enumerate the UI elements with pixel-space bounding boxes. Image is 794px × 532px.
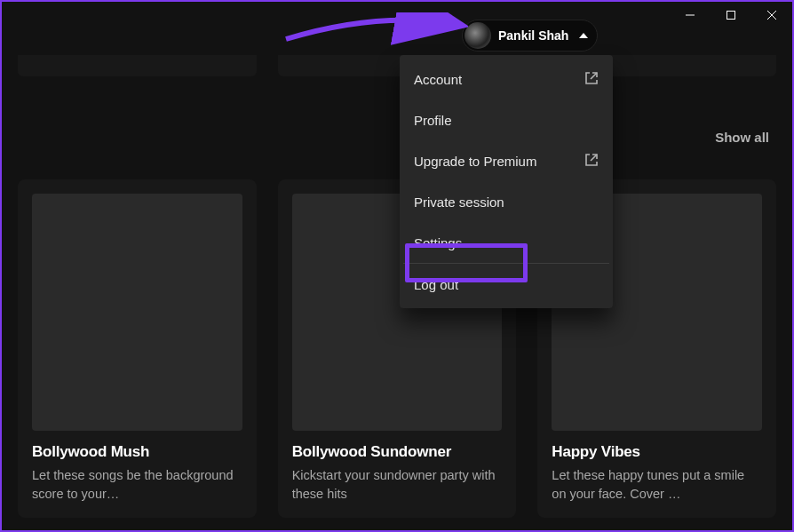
card-title: Happy Vibes xyxy=(552,443,762,461)
playlist-card[interactable]: Bollywood Mush Let these songs be the ba… xyxy=(18,179,257,518)
card-title: Bollywood Mush xyxy=(32,443,242,461)
card-stub[interactable] xyxy=(18,55,257,76)
caret-up-icon xyxy=(579,33,588,38)
user-name: Pankil Shah xyxy=(498,28,568,43)
menu-item-label: Settings xyxy=(414,235,462,250)
external-link-icon xyxy=(584,71,599,88)
svg-rect-1 xyxy=(727,12,735,20)
user-dropdown: Account Profile Upgrade to Premium Priva… xyxy=(400,55,613,308)
card-title: Bollywood Sundowner xyxy=(292,443,503,461)
window-titlebar xyxy=(670,2,792,28)
menu-account[interactable]: Account xyxy=(403,59,609,99)
avatar xyxy=(464,22,491,49)
menu-profile[interactable]: Profile xyxy=(403,99,609,140)
menu-item-label: Upgrade to Premium xyxy=(414,154,536,169)
card-cover xyxy=(32,194,242,431)
card-desc: Let these songs be the background score … xyxy=(32,466,242,504)
card-desc: Let these happy tunes put a smile on you… xyxy=(552,466,762,504)
menu-item-label: Account xyxy=(414,72,462,87)
menu-item-label: Private session xyxy=(414,195,504,210)
card-desc: Kickstart your sundowner party with thes… xyxy=(292,466,503,504)
menu-private-session[interactable]: Private session xyxy=(403,181,609,222)
window-maximize-button[interactable] xyxy=(711,2,751,28)
menu-item-label: Log out xyxy=(414,277,458,292)
card-row-top xyxy=(18,55,776,76)
main-content: Show all Bollywood Mush Let these songs … xyxy=(2,2,792,530)
menu-item-label: Profile xyxy=(414,113,452,128)
show-all-link[interactable]: Show all xyxy=(715,130,769,145)
external-link-icon xyxy=(584,153,599,170)
card-row-bottom: Bollywood Mush Let these songs be the ba… xyxy=(18,179,776,518)
menu-upgrade[interactable]: Upgrade to Premium xyxy=(403,140,609,181)
menu-logout[interactable]: Log out xyxy=(403,264,609,305)
window-minimize-button[interactable] xyxy=(670,2,711,28)
menu-settings[interactable]: Settings xyxy=(403,222,609,263)
window-close-button[interactable] xyxy=(751,2,792,28)
user-menu-button[interactable]: Pankil Shah xyxy=(462,20,598,52)
